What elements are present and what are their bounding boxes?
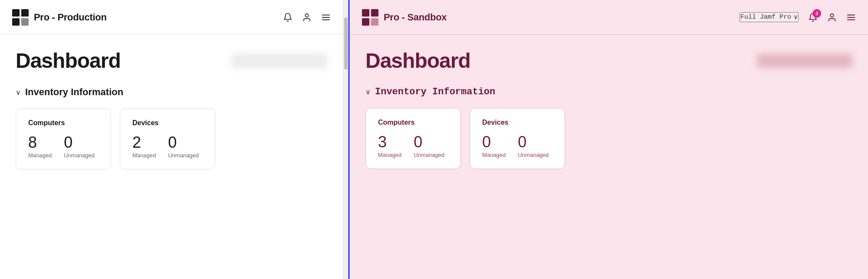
- right-menu-button[interactable]: [846, 13, 856, 22]
- right-blurred-area: [757, 54, 852, 68]
- left-inventory-chevron-icon[interactable]: ∨: [16, 88, 21, 96]
- right-computers-managed-label: Managed: [378, 152, 401, 158]
- right-user-button[interactable]: [827, 13, 837, 22]
- right-devices-card: Devices 0 Managed 0 Unmanaged: [470, 108, 565, 169]
- right-computers-stats: 3 Managed 0 Unmanaged: [378, 134, 448, 158]
- left-computers-stats: 8 Managed 0 Unmanaged: [28, 135, 99, 159]
- left-page-title: Dashboard: [16, 49, 121, 73]
- right-computers-managed-value: 3: [378, 134, 387, 150]
- left-devices-managed: 2 Managed: [132, 135, 156, 159]
- left-computers-unmanaged: 0 Unmanaged: [64, 135, 95, 159]
- right-brand-title: Pro - Sandbox: [384, 12, 447, 23]
- right-devices-managed: 0 Managed: [482, 134, 506, 158]
- left-computers-label: Computers: [28, 119, 99, 127]
- left-blurred-area: [232, 54, 327, 68]
- right-devices-unmanaged: 0 Unmanaged: [518, 134, 549, 158]
- left-logo-icon: [12, 9, 29, 26]
- left-bell-button[interactable]: [283, 13, 293, 22]
- right-computers-unmanaged-label: Unmanaged: [414, 152, 444, 158]
- left-devices-managed-label: Managed: [132, 152, 156, 159]
- right-notification-wrapper: 3: [808, 13, 818, 22]
- right-page-header: Dashboard: [365, 49, 852, 73]
- right-devices-label: Devices: [482, 119, 552, 126]
- right-header: Pro - Sandbox Full Jamf Pro ∨ 3: [350, 0, 868, 35]
- right-inventory-title: Inventory Information: [375, 86, 495, 97]
- svg-rect-9: [371, 9, 378, 17]
- right-env-chevron-icon: ∨: [794, 13, 798, 21]
- right-computers-managed: 3 Managed: [378, 134, 401, 158]
- left-brand-title: Pro - Production: [34, 12, 107, 23]
- right-devices-managed-value: 0: [482, 134, 491, 150]
- left-brand: Pro - Production: [12, 9, 107, 26]
- right-cards-row: Computers 3 Managed 0 Unmanaged Devices: [365, 108, 852, 169]
- right-notification-badge: 3: [812, 9, 821, 18]
- left-devices-unmanaged-label: Unmanaged: [168, 152, 199, 159]
- right-env-selector-button[interactable]: Full Jamf Pro ∨: [740, 12, 799, 22]
- left-devices-unmanaged: 0 Unmanaged: [168, 135, 199, 159]
- right-computers-card: Computers 3 Managed 0 Unmanaged: [365, 108, 461, 169]
- left-devices-card: Devices 2 Managed 0 Unmanaged: [120, 108, 215, 169]
- right-devices-unmanaged-value: 0: [518, 134, 526, 150]
- right-computers-label: Computers: [378, 119, 448, 126]
- left-user-button[interactable]: [302, 13, 312, 22]
- left-menu-button[interactable]: [321, 13, 331, 22]
- left-computers-card: Computers 8 Managed 0 Unmanaged: [16, 108, 111, 169]
- right-brand: Pro - Sandbox: [362, 9, 447, 26]
- right-page-title: Dashboard: [365, 49, 470, 73]
- left-scrollbar[interactable]: [343, 0, 348, 279]
- svg-rect-10: [362, 18, 369, 25]
- left-devices-label: Devices: [132, 119, 203, 127]
- svg-point-4: [305, 13, 308, 17]
- left-scrollbar-thumb[interactable]: [344, 17, 348, 70]
- right-logo-icon: [362, 9, 378, 26]
- right-computers-unmanaged-value: 0: [414, 134, 422, 150]
- left-devices-managed-value: 2: [132, 135, 141, 150]
- left-page-header: Dashboard: [16, 49, 327, 73]
- right-panel: Pro - Sandbox Full Jamf Pro ∨ 3: [350, 0, 868, 279]
- left-devices-stats: 2 Managed 0 Unmanaged: [132, 135, 203, 159]
- left-inventory-section-header: ∨ Inventory Information: [16, 86, 327, 98]
- left-inventory-title: Inventory Information: [25, 86, 123, 98]
- left-computers-managed-value: 8: [28, 135, 37, 150]
- right-inventory-section-header: ∨ Inventory Information: [365, 86, 852, 97]
- left-computers-managed: 8 Managed: [28, 135, 52, 159]
- right-header-actions: Full Jamf Pro ∨ 3: [740, 12, 856, 22]
- left-bell-icon: [283, 13, 293, 22]
- right-user-icon: [827, 13, 837, 22]
- svg-rect-1: [21, 9, 29, 17]
- left-hamburger-icon: [321, 13, 331, 22]
- svg-rect-2: [12, 18, 20, 25]
- left-header-actions: [283, 13, 331, 22]
- svg-rect-0: [12, 9, 20, 17]
- right-computers-unmanaged: 0 Unmanaged: [414, 134, 444, 158]
- svg-point-12: [830, 13, 833, 17]
- left-cards-row: Computers 8 Managed 0 Unmanaged Devices: [16, 108, 327, 169]
- right-env-selector-label: Full Jamf Pro: [740, 13, 791, 21]
- left-header: Pro - Production: [0, 0, 343, 35]
- svg-rect-11: [371, 18, 378, 25]
- svg-rect-3: [21, 18, 29, 25]
- svg-rect-8: [362, 9, 369, 17]
- left-user-icon: [302, 13, 312, 22]
- left-computers-managed-label: Managed: [28, 152, 52, 159]
- left-devices-unmanaged-value: 0: [168, 135, 177, 150]
- right-devices-unmanaged-label: Unmanaged: [518, 152, 549, 158]
- left-panel: Pro - Production: [0, 0, 343, 279]
- left-computers-unmanaged-value: 0: [64, 135, 72, 150]
- right-devices-managed-label: Managed: [482, 152, 506, 158]
- right-hamburger-icon: [846, 13, 856, 22]
- right-inventory-chevron-icon[interactable]: ∨: [365, 88, 371, 96]
- left-computers-unmanaged-label: Unmanaged: [64, 152, 95, 159]
- left-content: Dashboard ∨ Inventory Information Comput…: [0, 35, 343, 279]
- right-content: Dashboard ∨ Inventory Information Comput…: [350, 35, 868, 279]
- right-devices-stats: 0 Managed 0 Unmanaged: [482, 134, 552, 158]
